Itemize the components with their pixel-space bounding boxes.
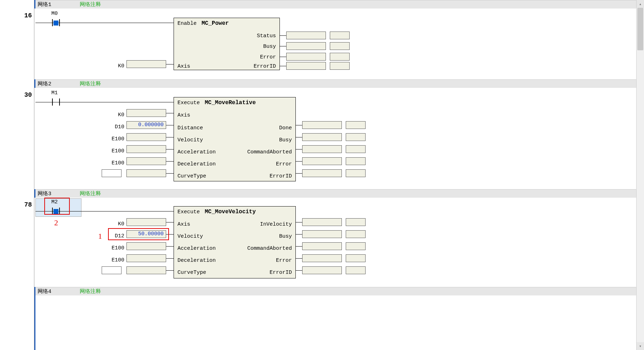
scroll-thumb[interactable] (637, 8, 643, 50)
line-number: 30 (24, 91, 32, 98)
param-small[interactable] (102, 169, 122, 177)
fb-input: Acceleration (177, 149, 216, 155)
output-small[interactable] (330, 62, 350, 70)
line-number: 78 (24, 201, 32, 208)
param-field[interactable] (126, 169, 166, 177)
output-small[interactable] (346, 169, 366, 177)
contact-m1[interactable] (47, 97, 65, 107)
output-field[interactable] (302, 230, 342, 238)
param-label: E100 (108, 148, 124, 154)
rung[interactable]: M2 2 Execute MC_MoveVelocity Axis Veloci… (34, 198, 636, 287)
output-field[interactable] (302, 145, 342, 153)
param-field[interactable] (126, 133, 166, 141)
network-label: 网络4 (38, 288, 51, 295)
contact-m2[interactable] (47, 206, 65, 216)
output-field[interactable] (302, 218, 342, 226)
param-field[interactable]: 0.000000 (126, 121, 166, 129)
rung[interactable]: M1 Execute MC_MoveRelative Axis Distance… (34, 88, 636, 189)
output-field[interactable] (302, 121, 342, 129)
network-header[interactable]: 网络2 网络注释 (35, 79, 636, 88)
param-small[interactable] (102, 266, 122, 274)
param-field[interactable] (126, 242, 166, 250)
network-label: 网络2 (38, 80, 51, 87)
network-header[interactable]: 网络1 网络注释 (35, 0, 636, 9)
fb-input: CurveType (177, 270, 206, 276)
output-field[interactable] (286, 42, 326, 50)
contact-label: M1 (51, 90, 58, 96)
fb-input: Velocity (177, 137, 203, 143)
annotation-label: 1 (98, 232, 102, 241)
param-label: E100 (108, 160, 124, 166)
param-label: E100 (108, 245, 124, 251)
fb-execute-pin: Execute (177, 100, 200, 106)
output-small[interactable] (346, 242, 366, 250)
network-label: 网络1 (38, 1, 51, 8)
fb-output: InVelocity (260, 221, 292, 227)
fb-input: Axis (177, 221, 190, 227)
fb-name: MC_MoveVelocity (205, 209, 256, 215)
param-field[interactable] (126, 218, 166, 226)
fb-mc-moverelative[interactable]: Execute MC_MoveRelative Axis Distance Ve… (174, 97, 296, 181)
output-small[interactable] (346, 218, 366, 226)
output-small[interactable] (346, 145, 366, 153)
contact-label: M0 (51, 11, 58, 17)
fb-input: Deceleration (177, 161, 216, 167)
param-field-d12[interactable]: 50.00000 (126, 230, 166, 238)
contact-active-icon (53, 21, 58, 26)
fb-input: Axis (177, 112, 190, 118)
network-header[interactable]: 网络3 网络注释 (35, 189, 636, 198)
param-field[interactable] (126, 157, 166, 165)
fb-input: Deceleration (177, 258, 216, 264)
output-field[interactable] (302, 266, 342, 274)
param-label: D12 (110, 233, 124, 239)
network-header[interactable]: 网络4 网络注释 (35, 287, 636, 295)
output-field[interactable] (286, 32, 326, 39)
rung[interactable]: M0 Enable MC_Power Status Busy Error Err… (34, 9, 636, 79)
fb-input: Velocity (177, 233, 203, 239)
param-field[interactable] (126, 254, 166, 262)
line-gutter: 16 30 78 (0, 0, 34, 350)
output-small[interactable] (346, 133, 366, 141)
output-field[interactable] (286, 53, 326, 61)
param-field[interactable] (126, 145, 166, 153)
annotation-label: 2 (54, 218, 58, 227)
fb-output-busy: Busy (263, 44, 276, 50)
network-comment: 网络注释 (80, 80, 101, 87)
fb-mc-movevelocity[interactable]: Execute MC_MoveVelocity Axis Velocity Ac… (174, 206, 296, 278)
fb-output: Busy (279, 137, 292, 143)
network-label: 网络3 (38, 190, 51, 197)
output-small[interactable] (330, 32, 350, 39)
fb-enable-pin: Enable (177, 21, 197, 27)
fb-output-status: Status (257, 33, 276, 39)
scroll-down-button[interactable]: ▾ (637, 342, 644, 350)
output-small[interactable] (346, 266, 366, 274)
output-field[interactable] (302, 169, 342, 177)
editor-canvas[interactable]: 网络1 网络注释 M0 Enable MC_Power Status Busy … (34, 0, 636, 350)
param-label: E100 (108, 257, 124, 263)
output-small[interactable] (346, 121, 366, 129)
output-small[interactable] (346, 157, 366, 165)
scroll-up-button[interactable]: ▴ (637, 0, 644, 8)
param-field[interactable] (126, 109, 166, 117)
output-small[interactable] (346, 230, 366, 238)
param-label: K0 (112, 221, 124, 227)
fb-output: Busy (279, 233, 292, 239)
output-field[interactable] (302, 133, 342, 141)
output-small[interactable] (346, 254, 366, 262)
fb-mc-power[interactable]: Enable MC_Power Status Busy Error ErrorI… (174, 18, 280, 70)
output-field[interactable] (302, 242, 342, 250)
fb-input: CurveType (177, 173, 206, 179)
param-label: K0 (114, 63, 124, 69)
output-field[interactable] (286, 62, 326, 70)
fb-output: Done (279, 125, 292, 131)
output-field[interactable] (302, 254, 342, 262)
param-field[interactable] (126, 60, 166, 68)
vertical-scrollbar[interactable]: ▴ ▾ (636, 0, 644, 350)
param-label: K0 (112, 112, 124, 118)
contact-m0[interactable] (47, 18, 65, 28)
output-field[interactable] (302, 157, 342, 165)
param-field[interactable] (126, 266, 166, 274)
output-small[interactable] (330, 53, 350, 61)
output-small[interactable] (330, 42, 350, 50)
network-comment: 网络注释 (80, 1, 101, 8)
